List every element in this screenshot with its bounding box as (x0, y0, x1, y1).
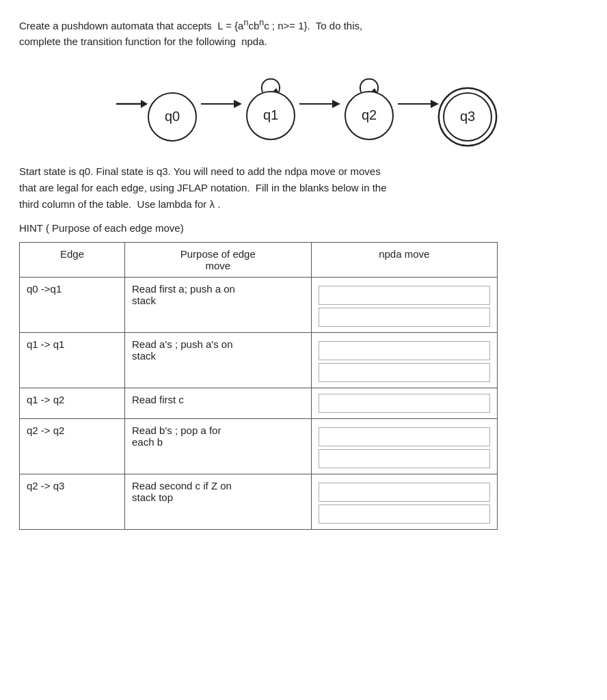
header-edge: Edge (20, 242, 125, 277)
state-q0: q0 (148, 66, 197, 142)
header-purpose: Purpose of edgemove (125, 242, 311, 277)
npda-input-q2-q2-1[interactable] (319, 427, 491, 446)
npda-input-q2-q2-2[interactable] (319, 449, 491, 468)
purpose-q0-q1: Read first a; push a onstack (125, 277, 311, 332)
purpose-q1-q1: Read a's ; push a's onstack (125, 332, 311, 388)
edge-q2-q3: q2 -> q3 (20, 474, 125, 529)
state-q1-circle: q1 (246, 91, 295, 140)
table-row: q2 -> q3 Read second c if Z onstack top (20, 474, 498, 529)
state-q0-circle: q0 (148, 92, 197, 142)
svg-marker-9 (431, 100, 439, 108)
npda-q1-q2 (311, 388, 498, 418)
svg-marker-1 (141, 100, 148, 108)
table-row: q1 -> q1 Read a's ; push a's onstack (20, 332, 498, 388)
table-row: q1 -> q2 Read first c (20, 388, 498, 418)
state-q2-circle: q2 (345, 91, 394, 140)
npda-input-q2-q3-2[interactable] (319, 504, 491, 524)
npda-input-q0-q1-2[interactable] (319, 308, 491, 327)
start-arrow (115, 92, 148, 116)
automaton-diagram: q0 q1 q2 (19, 66, 588, 142)
npda-q2-q3 (311, 474, 498, 529)
arrow-q1-q2 (299, 94, 340, 113)
npda-q1-q1 (311, 332, 498, 388)
npda-q2-q2 (311, 418, 498, 474)
npda-q0-q1 (311, 277, 498, 332)
arrow-q2-q3 (398, 94, 439, 113)
edge-q2-q2: q2 -> q2 (20, 418, 125, 474)
intro-paragraph: Create a pushdown automata that accepts … (19, 16, 588, 50)
table-row: q2 -> q2 Read b's ; pop a foreach b (20, 418, 498, 474)
npda-input-q1-q1-2[interactable] (319, 363, 491, 382)
svg-marker-3 (234, 100, 242, 108)
edge-q1-q2: q1 -> q2 (20, 388, 125, 418)
hint-text: HINT ( Purpose of each edge move) (19, 222, 588, 234)
state-q3: q3 (443, 66, 492, 142)
intro-line1: Create a pushdown automata that accepts … (19, 20, 362, 31)
state-q1: q1 (246, 68, 295, 140)
purpose-q2-q2: Read b's ; pop a foreach b (125, 418, 311, 474)
npda-input-q1-q1-1[interactable] (319, 341, 491, 360)
purpose-q1-q2: Read first c (125, 388, 311, 418)
state-q3-circle: q3 (443, 92, 492, 142)
description-text: Start state is q0. Final state is q3. Yo… (19, 163, 588, 213)
purpose-q2-q3: Read second c if Z onstack top (125, 474, 311, 529)
svg-marker-6 (332, 100, 340, 108)
arrow-q0-q1 (201, 94, 242, 113)
intro-line2: complete the transition function for the… (19, 36, 267, 47)
state-q2: q2 (345, 68, 394, 140)
table-row: q0 ->q1 Read first a; push a onstack (20, 277, 498, 332)
npda-input-q0-q1-1[interactable] (319, 286, 491, 305)
edge-q0-q1: q0 ->q1 (20, 277, 125, 332)
transition-table: Edge Purpose of edgemove npda move q0 ->… (19, 242, 498, 530)
npda-input-q1-q2-1[interactable] (319, 394, 491, 413)
header-npda: npda move (311, 242, 498, 277)
edge-q1-q1: q1 -> q1 (20, 332, 125, 388)
npda-input-q2-q3-1[interactable] (319, 483, 491, 502)
